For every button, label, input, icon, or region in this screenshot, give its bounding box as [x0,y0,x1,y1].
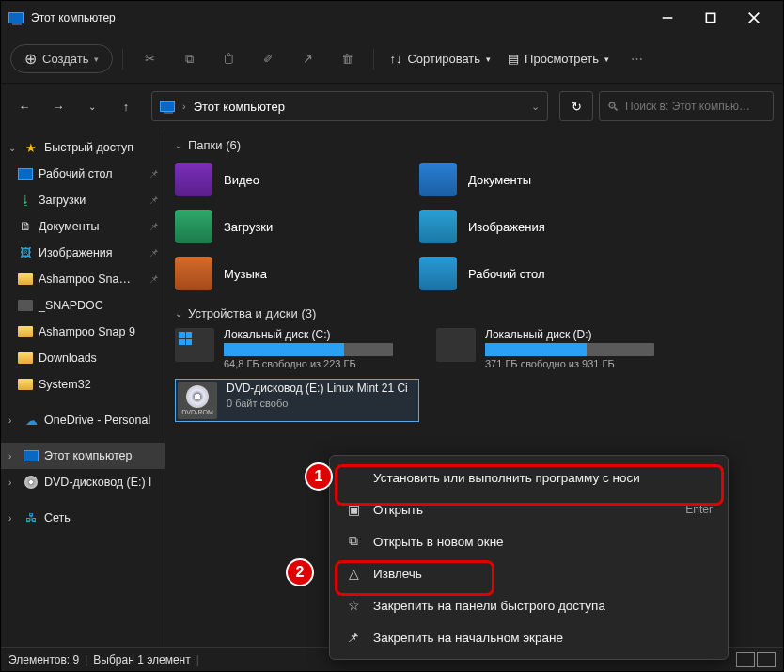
svg-rect-1 [706,13,714,22]
new-label: Создать [42,52,88,66]
dvd-sub: 0 байт свобо [227,398,416,409]
folder-icon [175,163,212,196]
this-pc-icon [8,12,24,23]
recent-button[interactable]: ⌄ [78,92,106,120]
group-folders[interactable]: ⌄Папки (6) [175,138,774,152]
window-title: Этот компьютер [31,11,116,24]
delete-icon[interactable]: 🗑︎ [330,42,364,76]
rename-icon[interactable]: ✐ [251,42,285,76]
breadcrumb[interactable]: Этот компьютер [194,100,285,114]
ctx-pin-start[interactable]: 📌︎ Закрепить на начальном экране [336,621,722,653]
drive-free: 64,8 ГБ свободно из 223 ГБ [224,358,419,369]
sidebar-onedrive[interactable]: ›☁OneDrive - Personal [1,407,165,433]
more-button[interactable]: ⋯ [620,42,654,76]
folder-item[interactable]: Видео [175,160,419,199]
sidebar-item-downloads[interactable]: ⭳Загрузки📌︎ [1,187,165,213]
ctx-install[interactable]: Установить или выполнить программу с нос… [336,461,722,493]
up-button[interactable]: ↑ [112,92,140,120]
cut-icon[interactable]: ✂ [133,42,166,76]
address-bar[interactable]: › Этот компьютер ⌄ [151,91,548,121]
details-view-icon[interactable] [736,652,755,667]
drive-icon [175,328,214,362]
sidebar-quick-access[interactable]: ⌄ ★ Быстрый доступ [1,134,165,161]
sidebar-dvd[interactable]: ›DVD-дисковод (E:) l [1,469,165,495]
eject-icon: △ [345,566,362,581]
cloud-icon: ☁ [24,414,39,427]
drive-usage-bar [224,343,393,356]
dvd-icon: DVD-ROM [178,382,217,419]
ctx-open-new[interactable]: ⧉ Открыть в новом окне [336,525,722,557]
sidebar-item-documents[interactable]: 🗎Документы📌︎ [1,213,165,240]
drive-item[interactable]: Локальный диск (D:) 371 ГБ свободно из 9… [436,328,681,369]
annotation-badge-1: 1 [305,462,333,491]
chevron-right-icon: › [8,415,18,426]
sort-label: Сортировать [407,52,480,66]
sidebar: ⌄ ★ Быстрый доступ Рабочий стол📌︎ ⭳Загру… [1,129,165,647]
sidebar-item-pictures[interactable]: 🖼︎Изображения📌︎ [1,240,165,266]
drive-name: Локальный диск (C:) [224,328,419,341]
share-icon[interactable]: ↗ [290,42,324,76]
group-drives[interactable]: ⌄Устройства и диски (3) [175,306,774,320]
folder-icon [419,257,457,290]
search-box[interactable]: 🔍︎ [599,91,774,121]
back-button[interactable]: ← [10,92,39,120]
folder-item[interactable]: Загрузки [175,207,419,246]
sidebar-item-system32[interactable]: System32 [1,371,165,398]
new-button[interactable]: ⊕ Создать ▾ [10,44,113,73]
large-view-icon[interactable] [757,652,776,667]
view-label: Просмотреть [525,52,599,66]
disc-icon [24,476,38,489]
folder-label: Рабочий стол [468,267,545,281]
folder-item[interactable]: Музыка [175,254,419,293]
dvd-drive-item[interactable]: DVD-ROM DVD-дисковод (E:) Linux Mint 21 … [175,379,419,422]
sidebar-item-desktop[interactable]: Рабочий стол📌︎ [1,161,165,187]
ctx-eject[interactable]: △ Извлечь [336,557,722,589]
sidebar-item-snapdoc[interactable]: _SNAPDOC [1,292,165,319]
open-icon: ▣ [345,502,362,517]
chevron-down-icon: ▾ [94,55,99,64]
minimize-button[interactable] [646,3,689,33]
close-button[interactable] [732,3,776,33]
folder-label: Музыка [224,267,267,281]
folder-item[interactable]: Рабочий стол [419,254,664,293]
folder-item[interactable]: Изображения [419,207,664,246]
folder-label: Загрузки [224,220,273,234]
drive-item[interactable]: Локальный диск (C:) 64,8 ГБ свободно из … [175,328,419,369]
chevron-right-icon: › [8,451,18,461]
forward-button[interactable]: → [44,92,72,120]
chevron-right-icon: › [182,101,186,112]
ctx-pin-quick[interactable]: ☆ Закрепить на панели быстрого доступа [336,589,722,621]
maximize-button[interactable] [689,3,732,33]
pin-icon: 📌︎ [149,168,159,180]
sidebar-item-downloads2[interactable]: Downloads [1,345,165,371]
shortcut-label: Enter [685,503,713,516]
folder-label: Документы [468,173,531,187]
folder-icon [175,210,212,243]
ctx-open[interactable]: ▣ Открыть Enter [336,493,722,525]
sidebar-item-ashampoo9[interactable]: Ashampoo Snap 9 [1,319,165,345]
chevron-down-icon: ⌄ [8,143,18,153]
status-selection: Выбран 1 элемент [93,653,190,666]
sidebar-item-ashampoo[interactable]: Ashampoo Sna…📌︎ [1,266,165,292]
refresh-button[interactable]: ↻ [559,91,593,121]
folder-item[interactable]: Документы [419,160,664,199]
plus-icon: ⊕ [24,50,37,68]
pin-icon: 📌︎ [149,221,159,232]
view-button[interactable]: ▤ Просмотреть ▾ [502,42,615,76]
drive-usage-bar [485,343,654,356]
pin-icon: 📌︎ [149,247,159,258]
context-menu: Установить или выполнить программу с нос… [329,455,729,660]
folder-label: Видео [224,173,259,187]
copy-icon[interactable]: ⧉ [172,42,206,76]
chevron-right-icon: › [8,513,18,524]
sort-button[interactable]: ↑↓ Сортировать ▾ [384,42,496,76]
paste-icon[interactable]: 📋︎ [212,42,245,76]
sidebar-network[interactable]: ›🖧︎Сеть [1,505,165,531]
sidebar-this-pc[interactable]: ›Этот компьютер [1,443,165,469]
chevron-down-icon[interactable]: ⌄ [531,101,540,113]
navigation-row: ← → ⌄ ↑ › Этот компьютер ⌄ ↻ 🔍︎ [1,84,783,129]
drive-icon [436,328,476,362]
search-icon: 🔍︎ [607,100,619,114]
search-input[interactable] [625,100,765,113]
status-count: Элементов: 9 [8,653,79,666]
